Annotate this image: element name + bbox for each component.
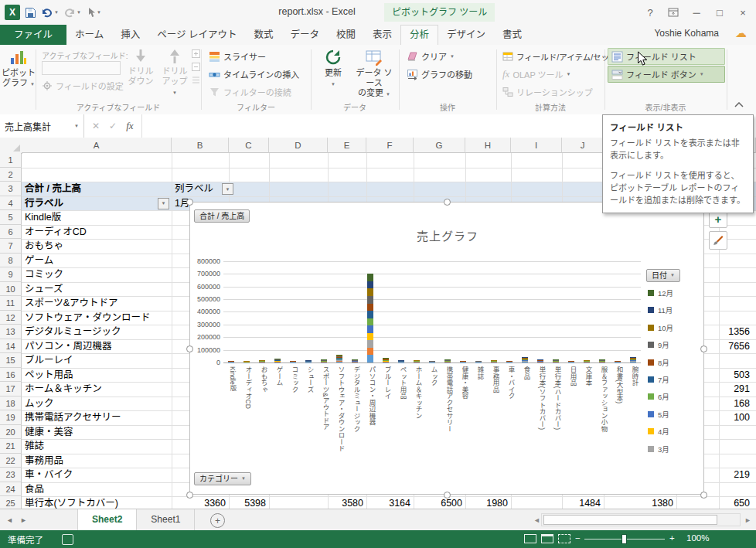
bar-ムック[interactable] [429, 361, 435, 362]
row-header-14[interactable]: 14 [0, 339, 22, 354]
bar-車・バイク[interactable] [506, 361, 513, 362]
bar-腕時計[interactable] [630, 357, 636, 362]
relationships-button[interactable]: リレーションシップ [499, 84, 596, 100]
chart-value-field-button[interactable]: 合計 / 売上高 [194, 209, 250, 223]
bar-ソフトウェア・ダウンロード[interactable] [336, 355, 342, 362]
pivot-chart[interactable]: 合計 / 売上高 売上グラフ 日付 ▼ カテゴリー ▼ 010000020000… [189, 202, 704, 495]
page-break-view-icon[interactable] [558, 534, 570, 543]
column-header-E[interactable]: E [328, 138, 366, 153]
save-icon[interactable] [25, 7, 36, 19]
collapse-field-icon[interactable] [192, 63, 200, 71]
row-header-6[interactable]: 6 [0, 225, 22, 240]
legend-item-4月[interactable]: 4月 [648, 426, 669, 437]
bar-単行本(ソフトカバー)[interactable] [537, 359, 543, 362]
sheet-tab-Sheet2[interactable]: Sheet2 [77, 509, 137, 531]
zoom-out-icon[interactable]: − [575, 533, 581, 543]
bar-食品[interactable] [522, 357, 528, 362]
account-name[interactable]: Yoshie Kohama [654, 28, 719, 39]
select-all-corner[interactable] [0, 138, 22, 154]
change-data-source-button[interactable]: データ ソースの変更 ▼ [352, 46, 396, 100]
touch-mode-icon[interactable]: ▼ [86, 7, 101, 19]
column-header-H[interactable]: H [465, 138, 511, 153]
bar-和書(大型本)[interactable] [615, 361, 621, 362]
column-header-J[interactable]: J [562, 138, 604, 153]
insert-function-icon[interactable]: fx [126, 120, 133, 132]
tab-ページ レイアウト[interactable]: ページ レイアウト [148, 25, 245, 45]
column-header-A[interactable]: A [22, 138, 172, 153]
chart-handle-n[interactable] [444, 199, 451, 206]
column-header-B[interactable]: B [172, 138, 229, 153]
bar-おもちゃ[interactable] [259, 360, 265, 362]
bar-日用品[interactable] [568, 361, 574, 362]
column-header-I[interactable]: I [511, 138, 562, 153]
row-header-21[interactable]: 21 [0, 439, 22, 454]
bar-健康・美容[interactable] [460, 361, 466, 362]
bar-服＆ファッション小物[interactable] [599, 359, 605, 362]
horizontal-scrollbar-thumb[interactable] [543, 515, 717, 525]
drill-down-button[interactable]: ドリルダウン [122, 46, 159, 87]
scroll-right-icon[interactable]: ► [744, 516, 751, 524]
column-header-G[interactable]: G [414, 138, 465, 153]
normal-view-icon[interactable] [524, 534, 536, 543]
insert-timeline-button[interactable]: タイムラインの挿入 [206, 66, 302, 82]
collapse-ribbon-icon[interactable] [734, 99, 744, 110]
row-header-13[interactable]: 13 [0, 325, 22, 339]
scroll-left-icon[interactable]: ◄ [533, 516, 540, 524]
zoom-slider-thumb[interactable] [621, 534, 627, 544]
chart-handle-se[interactable] [700, 492, 707, 499]
row-header-22[interactable]: 22 [0, 454, 22, 468]
tab-デザイン[interactable]: デザイン [438, 25, 494, 45]
excel-app-icon[interactable]: X [5, 5, 20, 20]
zoom-level[interactable]: 100% [686, 533, 709, 543]
pivotchart-button[interactable]: ピボット グラフ ▼ [1, 46, 36, 90]
chart-handle-nw[interactable] [186, 199, 193, 206]
bar-オーディオCD[interactable] [243, 361, 250, 362]
bar-ブルーレイ[interactable] [383, 358, 389, 362]
legend-item-5月[interactable]: 5月 [648, 409, 669, 420]
row-header-11[interactable]: 11 [0, 296, 22, 311]
legend-item-10月[interactable]: 10月 [648, 322, 673, 333]
name-box[interactable]: 売上高集計▼ [0, 114, 84, 138]
sheet-nav-right-icon[interactable]: ► [20, 516, 27, 524]
row-header-20[interactable]: 20 [0, 425, 22, 440]
column-header-D[interactable]: D [269, 138, 328, 153]
bar-デジタルミュージック[interactable] [352, 359, 358, 362]
enter-icon[interactable]: ✓ [109, 121, 117, 131]
sheet-nav-left-icon[interactable]: ◄ [6, 516, 13, 524]
chart-handle-s[interactable] [444, 492, 451, 499]
legend-item-11月[interactable]: 11月 [648, 305, 673, 315]
new-sheet-button[interactable]: + [210, 513, 225, 528]
account-avatar-icon[interactable]: ☁ [735, 26, 747, 40]
undo-icon[interactable]: ▼ [41, 7, 59, 18]
redo-icon[interactable]: ▼ [63, 7, 81, 18]
chart-styles-button[interactable] [709, 231, 727, 250]
row-header-10[interactable]: 10 [0, 282, 22, 297]
legend-item-7月[interactable]: 7月 [648, 374, 669, 385]
minimize-button[interactable]: ─ [686, 4, 707, 21]
bar-事務用品[interactable] [491, 360, 497, 362]
tab-データ[interactable]: データ [281, 25, 328, 45]
tab-分析[interactable]: 分析 [400, 25, 438, 45]
row-header-5[interactable]: 5 [0, 210, 22, 225]
column-labels-filter-icon[interactable]: ▼ [222, 183, 233, 195]
chart-handle-sw[interactable] [186, 492, 193, 499]
bar-雑誌[interactable] [475, 361, 482, 362]
bar-Kindle版[interactable] [228, 361, 234, 362]
row-header-24[interactable]: 24 [0, 482, 22, 497]
column-header-F[interactable]: F [366, 138, 414, 153]
macro-record-icon[interactable] [62, 534, 73, 545]
ribbon-display-options-icon[interactable] [663, 4, 683, 21]
tab-数式[interactable]: 数式 [245, 25, 281, 45]
row-header-16[interactable]: 16 [0, 368, 22, 383]
row-header-2[interactable]: 2 [0, 168, 22, 182]
tab-校閲[interactable]: 校閲 [328, 25, 364, 45]
tab-表示[interactable]: 表示 [364, 25, 400, 45]
field-headers-icon[interactable] [192, 76, 200, 84]
insert-slicer-button[interactable]: スライサー [206, 49, 269, 64]
expand-field-icon[interactable] [192, 49, 200, 58]
bar-携帯電話アクセサリー[interactable] [444, 359, 451, 362]
bar-ペット用品[interactable] [398, 360, 404, 362]
cancel-icon[interactable]: ✕ [92, 121, 100, 131]
drill-up-button[interactable]: ドリルアップ ▼ [159, 46, 190, 98]
sheet-tab-Sheet1[interactable]: Sheet1 [137, 509, 195, 531]
